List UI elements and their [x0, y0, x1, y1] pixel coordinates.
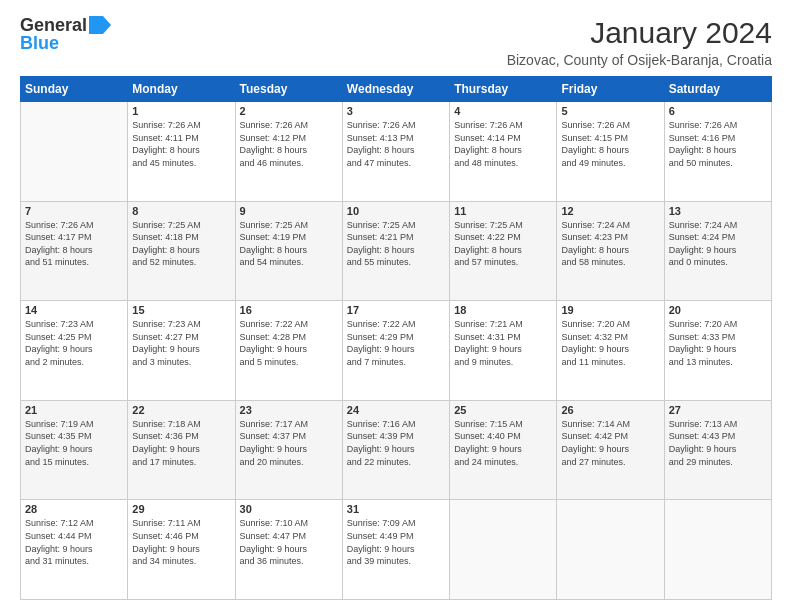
- day-number: 10: [347, 205, 445, 217]
- day-header-thursday: Thursday: [450, 77, 557, 102]
- day-info: Sunrise: 7:23 AM Sunset: 4:27 PM Dayligh…: [132, 318, 230, 368]
- day-number: 11: [454, 205, 552, 217]
- calendar-cell: 16Sunrise: 7:22 AM Sunset: 4:28 PM Dayli…: [235, 301, 342, 401]
- calendar-cell: 1Sunrise: 7:26 AM Sunset: 4:11 PM Daylig…: [128, 102, 235, 202]
- day-info: Sunrise: 7:26 AM Sunset: 4:16 PM Dayligh…: [669, 119, 767, 169]
- day-number: 14: [25, 304, 123, 316]
- day-info: Sunrise: 7:26 AM Sunset: 4:11 PM Dayligh…: [132, 119, 230, 169]
- logo-blue: Blue: [20, 33, 59, 53]
- day-info: Sunrise: 7:25 AM Sunset: 4:21 PM Dayligh…: [347, 219, 445, 269]
- calendar-cell: 11Sunrise: 7:25 AM Sunset: 4:22 PM Dayli…: [450, 201, 557, 301]
- day-header-monday: Monday: [128, 77, 235, 102]
- day-number: 30: [240, 503, 338, 515]
- day-info: Sunrise: 7:25 AM Sunset: 4:19 PM Dayligh…: [240, 219, 338, 269]
- day-info: Sunrise: 7:24 AM Sunset: 4:23 PM Dayligh…: [561, 219, 659, 269]
- calendar-cell: 28Sunrise: 7:12 AM Sunset: 4:44 PM Dayli…: [21, 500, 128, 600]
- day-number: 15: [132, 304, 230, 316]
- day-header-friday: Friday: [557, 77, 664, 102]
- calendar-cell: 22Sunrise: 7:18 AM Sunset: 4:36 PM Dayli…: [128, 400, 235, 500]
- calendar-cell: 24Sunrise: 7:16 AM Sunset: 4:39 PM Dayli…: [342, 400, 449, 500]
- day-info: Sunrise: 7:20 AM Sunset: 4:33 PM Dayligh…: [669, 318, 767, 368]
- day-info: Sunrise: 7:25 AM Sunset: 4:22 PM Dayligh…: [454, 219, 552, 269]
- day-info: Sunrise: 7:26 AM Sunset: 4:12 PM Dayligh…: [240, 119, 338, 169]
- day-number: 9: [240, 205, 338, 217]
- day-info: Sunrise: 7:26 AM Sunset: 4:17 PM Dayligh…: [25, 219, 123, 269]
- title-area: January 2024 Bizovac, County of Osijek-B…: [507, 16, 772, 68]
- day-number: 19: [561, 304, 659, 316]
- day-header-tuesday: Tuesday: [235, 77, 342, 102]
- day-info: Sunrise: 7:16 AM Sunset: 4:39 PM Dayligh…: [347, 418, 445, 468]
- calendar-cell: 9Sunrise: 7:25 AM Sunset: 4:19 PM Daylig…: [235, 201, 342, 301]
- calendar-cell: 8Sunrise: 7:25 AM Sunset: 4:18 PM Daylig…: [128, 201, 235, 301]
- day-number: 5: [561, 105, 659, 117]
- calendar-cell: 15Sunrise: 7:23 AM Sunset: 4:27 PM Dayli…: [128, 301, 235, 401]
- day-number: 26: [561, 404, 659, 416]
- day-info: Sunrise: 7:14 AM Sunset: 4:42 PM Dayligh…: [561, 418, 659, 468]
- day-number: 13: [669, 205, 767, 217]
- day-number: 3: [347, 105, 445, 117]
- day-number: 23: [240, 404, 338, 416]
- day-header-wednesday: Wednesday: [342, 77, 449, 102]
- header: General Blue January 2024 Bizovac, Count…: [20, 16, 772, 68]
- calendar-cell: 5Sunrise: 7:26 AM Sunset: 4:15 PM Daylig…: [557, 102, 664, 202]
- day-info: Sunrise: 7:17 AM Sunset: 4:37 PM Dayligh…: [240, 418, 338, 468]
- day-info: Sunrise: 7:22 AM Sunset: 4:28 PM Dayligh…: [240, 318, 338, 368]
- week-row-2: 14Sunrise: 7:23 AM Sunset: 4:25 PM Dayli…: [21, 301, 772, 401]
- day-info: Sunrise: 7:20 AM Sunset: 4:32 PM Dayligh…: [561, 318, 659, 368]
- calendar-cell: 4Sunrise: 7:26 AM Sunset: 4:14 PM Daylig…: [450, 102, 557, 202]
- day-number: 4: [454, 105, 552, 117]
- calendar-cell: 20Sunrise: 7:20 AM Sunset: 4:33 PM Dayli…: [664, 301, 771, 401]
- calendar-header-row: SundayMondayTuesdayWednesdayThursdayFrid…: [21, 77, 772, 102]
- page: General Blue January 2024 Bizovac, Count…: [0, 0, 792, 612]
- calendar-cell: [21, 102, 128, 202]
- calendar-cell: 25Sunrise: 7:15 AM Sunset: 4:40 PM Dayli…: [450, 400, 557, 500]
- week-row-1: 7Sunrise: 7:26 AM Sunset: 4:17 PM Daylig…: [21, 201, 772, 301]
- day-number: 29: [132, 503, 230, 515]
- day-number: 1: [132, 105, 230, 117]
- calendar-cell: 30Sunrise: 7:10 AM Sunset: 4:47 PM Dayli…: [235, 500, 342, 600]
- day-info: Sunrise: 7:26 AM Sunset: 4:13 PM Dayligh…: [347, 119, 445, 169]
- day-number: 31: [347, 503, 445, 515]
- day-number: 18: [454, 304, 552, 316]
- day-number: 20: [669, 304, 767, 316]
- calendar-cell: 10Sunrise: 7:25 AM Sunset: 4:21 PM Dayli…: [342, 201, 449, 301]
- calendar-cell: 29Sunrise: 7:11 AM Sunset: 4:46 PM Dayli…: [128, 500, 235, 600]
- logo: General Blue: [20, 16, 111, 52]
- calendar-cell: 13Sunrise: 7:24 AM Sunset: 4:24 PM Dayli…: [664, 201, 771, 301]
- calendar-cell: 31Sunrise: 7:09 AM Sunset: 4:49 PM Dayli…: [342, 500, 449, 600]
- logo-general: General: [20, 16, 87, 34]
- day-number: 21: [25, 404, 123, 416]
- day-info: Sunrise: 7:09 AM Sunset: 4:49 PM Dayligh…: [347, 517, 445, 567]
- day-info: Sunrise: 7:18 AM Sunset: 4:36 PM Dayligh…: [132, 418, 230, 468]
- day-info: Sunrise: 7:12 AM Sunset: 4:44 PM Dayligh…: [25, 517, 123, 567]
- day-info: Sunrise: 7:21 AM Sunset: 4:31 PM Dayligh…: [454, 318, 552, 368]
- calendar-cell: 7Sunrise: 7:26 AM Sunset: 4:17 PM Daylig…: [21, 201, 128, 301]
- calendar-cell: 6Sunrise: 7:26 AM Sunset: 4:16 PM Daylig…: [664, 102, 771, 202]
- day-info: Sunrise: 7:23 AM Sunset: 4:25 PM Dayligh…: [25, 318, 123, 368]
- day-info: Sunrise: 7:24 AM Sunset: 4:24 PM Dayligh…: [669, 219, 767, 269]
- calendar-cell: 3Sunrise: 7:26 AM Sunset: 4:13 PM Daylig…: [342, 102, 449, 202]
- day-number: 24: [347, 404, 445, 416]
- calendar-cell: 12Sunrise: 7:24 AM Sunset: 4:23 PM Dayli…: [557, 201, 664, 301]
- calendar-cell: 23Sunrise: 7:17 AM Sunset: 4:37 PM Dayli…: [235, 400, 342, 500]
- day-info: Sunrise: 7:13 AM Sunset: 4:43 PM Dayligh…: [669, 418, 767, 468]
- calendar-cell: [557, 500, 664, 600]
- day-number: 22: [132, 404, 230, 416]
- day-number: 16: [240, 304, 338, 316]
- day-number: 7: [25, 205, 123, 217]
- day-info: Sunrise: 7:15 AM Sunset: 4:40 PM Dayligh…: [454, 418, 552, 468]
- day-header-sunday: Sunday: [21, 77, 128, 102]
- day-number: 17: [347, 304, 445, 316]
- day-info: Sunrise: 7:25 AM Sunset: 4:18 PM Dayligh…: [132, 219, 230, 269]
- day-info: Sunrise: 7:26 AM Sunset: 4:15 PM Dayligh…: [561, 119, 659, 169]
- day-number: 28: [25, 503, 123, 515]
- calendar-cell: 21Sunrise: 7:19 AM Sunset: 4:35 PM Dayli…: [21, 400, 128, 500]
- logo-icon: [89, 16, 111, 34]
- day-info: Sunrise: 7:19 AM Sunset: 4:35 PM Dayligh…: [25, 418, 123, 468]
- calendar-cell: [450, 500, 557, 600]
- location-title: Bizovac, County of Osijek-Baranja, Croat…: [507, 52, 772, 68]
- day-number: 2: [240, 105, 338, 117]
- calendar-cell: 14Sunrise: 7:23 AM Sunset: 4:25 PM Dayli…: [21, 301, 128, 401]
- week-row-3: 21Sunrise: 7:19 AM Sunset: 4:35 PM Dayli…: [21, 400, 772, 500]
- calendar-cell: 26Sunrise: 7:14 AM Sunset: 4:42 PM Dayli…: [557, 400, 664, 500]
